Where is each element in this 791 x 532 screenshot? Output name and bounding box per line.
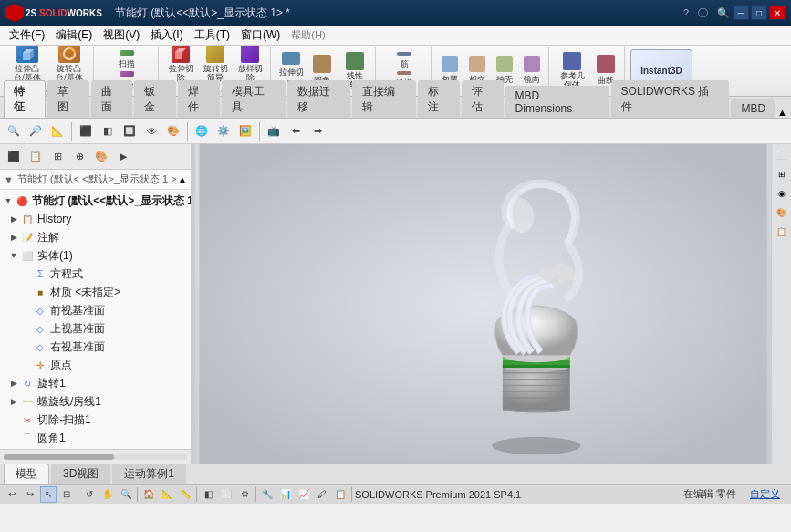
tab-direct-edit[interactable]: 直接编辑: [352, 80, 416, 118]
bt-view3-btn[interactable]: 📏: [177, 486, 193, 503]
tab-evaluate[interactable]: 评估: [462, 80, 504, 118]
tab-mbd-dim[interactable]: MBD Dimensions: [505, 86, 609, 118]
bt-extra-btn[interactable]: 🔧: [259, 486, 276, 503]
customize-btn[interactable]: 自定义: [750, 488, 780, 499]
bt-view2-btn[interactable]: 📐: [159, 486, 175, 503]
tree-tb-4[interactable]: ⊕: [69, 147, 89, 167]
menu-window[interactable]: 窗口(W): [235, 26, 286, 45]
tree-item-right[interactable]: ◇ 右视基准面: [0, 338, 191, 356]
tab-sheet-metal[interactable]: 钣金: [134, 80, 176, 118]
rp-btn-4[interactable]: 🎨: [773, 203, 791, 222]
display-style-btn[interactable]: 🔲: [120, 121, 140, 141]
bt-display-btn[interactable]: ⬜: [218, 486, 234, 503]
edit-appear-btn[interactable]: 🎨: [163, 121, 183, 141]
tree-tb-6[interactable]: ▶: [113, 147, 133, 167]
bt-zoom-btn[interactable]: 🔍: [118, 486, 134, 503]
bottom-tab-model[interactable]: 模型: [4, 464, 49, 484]
tab-surface[interactable]: 曲面: [91, 80, 133, 118]
bt-select-btn[interactable]: ↖: [40, 486, 57, 503]
tree-item-helix[interactable]: ▶ 〰 螺旋线/房线1: [0, 392, 191, 411]
rp-btn-3[interactable]: ◉: [773, 184, 791, 203]
bt-zoom-all-btn[interactable]: ⊟: [58, 486, 75, 503]
tree-item-history[interactable]: ▶ 📋 History: [0, 210, 191, 228]
maximize-btn[interactable]: □: [751, 5, 767, 20]
tree-item-origin[interactable]: ✛ 原点: [0, 356, 191, 374]
help-btn[interactable]: ?: [683, 7, 689, 18]
menu-file[interactable]: 文件(F): [4, 26, 50, 45]
3d-viewport[interactable]: [195, 144, 771, 464]
bottom-tab-motion[interactable]: 运动算例1: [112, 464, 186, 484]
ref-geometry-btn[interactable]: 参考几何体: [555, 51, 589, 91]
3d-drawing-btn[interactable]: 📺: [264, 121, 284, 141]
tab-mold[interactable]: 模具工具: [222, 80, 286, 118]
tab-weldment[interactable]: 焊件: [178, 80, 220, 118]
notes-label: 注解: [37, 230, 59, 245]
menu-insert[interactable]: 插入(I): [145, 26, 188, 45]
tree-tb-1[interactable]: ⬛: [4, 147, 24, 167]
arrow-left-btn[interactable]: ⬅: [286, 121, 306, 141]
tree-item-top[interactable]: ◇ 上视基准面: [0, 319, 191, 338]
extrude-cut-btn[interactable]: 拉伸切除: [164, 46, 197, 84]
tab-expand-btn[interactable]: ▲: [777, 107, 787, 118]
bt-extra4-btn[interactable]: 🖊: [314, 486, 330, 503]
view-setting-btn[interactable]: ⚙️: [213, 121, 234, 141]
bt-extra2-btn[interactable]: 📊: [277, 486, 294, 503]
hide-show-btn[interactable]: 👁: [141, 121, 161, 141]
loft-cut-btn[interactable]: 放样切除: [234, 46, 266, 84]
tree-item-revolve1[interactable]: ▶ ↻ 旋转1: [0, 374, 191, 392]
tab-feature[interactable]: 特征: [4, 80, 46, 118]
tree-item-notes[interactable]: ▶ 📝 注解: [0, 228, 191, 246]
info-btn[interactable]: ⓘ: [698, 6, 708, 20]
menu-extra[interactable]: 帮助(H): [286, 26, 330, 44]
zoom-btn[interactable]: 🔎: [26, 121, 46, 141]
menu-view[interactable]: 视图(V): [98, 26, 145, 45]
tree-tb-2[interactable]: 📋: [26, 147, 46, 167]
menu-edit[interactable]: 编辑(E): [50, 26, 98, 45]
apply-scene-btn[interactable]: 🌐: [192, 121, 212, 141]
rp-btn-2[interactable]: ⊞: [773, 165, 791, 183]
tree-item-solid[interactable]: ▼ ⬜ 实体(1): [0, 246, 191, 265]
revolve-boss-btn[interactable]: 旋转凸台/基体: [49, 46, 89, 84]
minimize-btn[interactable]: ─: [733, 5, 749, 20]
tree-item-cut-sweep[interactable]: ✂ 切除-扫描1: [0, 411, 191, 429]
tree-root[interactable]: ▼ 🔴 节能灯 (默认<<默认>_显示状态 1 >: [0, 192, 191, 210]
bt-rotate-btn[interactable]: ↺: [81, 486, 98, 503]
bottom-tab-3dview[interactable]: 3D视图: [51, 464, 110, 484]
tab-sketch[interactable]: 草图: [47, 80, 89, 118]
rp-btn-1[interactable]: ⬜: [773, 146, 791, 164]
rp-btn-5[interactable]: 📋: [773, 223, 791, 241]
tree-tb-5[interactable]: 🎨: [91, 147, 111, 167]
tree-collapse-btn[interactable]: ▲: [178, 174, 187, 184]
render-tools-btn[interactable]: 🖼️: [235, 121, 255, 141]
revolve-cut-btn[interactable]: 旋转切简导: [199, 46, 232, 84]
tree-tb-3[interactable]: ⊞: [47, 147, 68, 167]
measure-btn[interactable]: 📐: [47, 121, 68, 141]
bt-extra5-btn[interactable]: 📋: [332, 486, 349, 503]
tree-item-material[interactable]: ■ 材质 <未指定>: [0, 283, 191, 301]
view-orient-btn[interactable]: ⬛: [76, 121, 96, 141]
bt-pan-btn[interactable]: ✋: [99, 486, 116, 503]
menu-tools[interactable]: 工具(T): [189, 26, 235, 45]
tree-item-fillet1[interactable]: ⌒ 圆角1: [0, 429, 191, 447]
tab-markup[interactable]: 标注: [418, 80, 460, 118]
extrude-boss-btn[interactable]: 拉伸凸台/基体: [7, 46, 47, 84]
bt-more-btn[interactable]: ⚙: [236, 486, 253, 503]
bt-extra3-btn[interactable]: 📈: [296, 486, 312, 503]
bt-view1-btn[interactable]: 🏠: [141, 486, 157, 503]
tree-item-equation[interactable]: Σ 方程式: [0, 265, 191, 283]
sweep-btn[interactable]: 扫描: [99, 50, 154, 70]
tab-data-migrate[interactable]: 数据迁移: [287, 80, 351, 118]
tab-mbd[interactable]: MBD: [731, 99, 775, 118]
rib-btn[interactable]: 筋: [381, 52, 427, 70]
close-btn[interactable]: ✕: [769, 5, 786, 20]
search-btn[interactable]: 🔍: [717, 7, 730, 19]
tree-item-front[interactable]: ◇ 前视基准面: [0, 301, 191, 319]
search-commands-btn[interactable]: 🔍: [4, 121, 24, 141]
arrow-right-btn[interactable]: ➡: [307, 121, 328, 141]
mirror-btn[interactable]: 镜向: [519, 51, 545, 91]
section-view-btn[interactable]: ◧: [98, 121, 118, 141]
bt-redo-btn[interactable]: ↪: [22, 486, 38, 503]
bt-undo-btn[interactable]: ↩: [4, 486, 20, 503]
tab-sw-plugins[interactable]: SOLIDWORKS 插件: [611, 80, 730, 118]
bt-section-btn[interactable]: ◧: [200, 486, 216, 503]
